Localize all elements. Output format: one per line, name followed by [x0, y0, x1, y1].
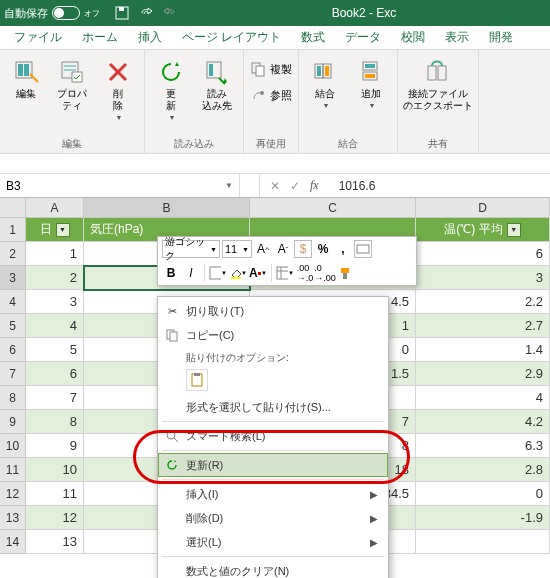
tab-file[interactable]: ファイル — [4, 25, 72, 49]
name-box[interactable]: B3▼ — [0, 174, 240, 197]
svg-rect-24 — [357, 245, 369, 253]
borders-icon[interactable]: ▼ — [209, 264, 227, 282]
accounting-format-icon[interactable]: $ — [294, 240, 312, 258]
filter-icon[interactable]: ▼ — [507, 223, 521, 237]
fill-color-icon[interactable]: ▼ — [229, 264, 247, 282]
increase-font-icon[interactable]: A^ — [254, 240, 272, 258]
svg-rect-28 — [277, 267, 288, 279]
format-painter-icon[interactable] — [336, 264, 354, 282]
group-edit-label: 編集 — [4, 135, 140, 153]
svg-rect-31 — [341, 268, 349, 273]
export-connection-button[interactable]: 接続ファイル のエクスポート — [402, 56, 474, 112]
ctx-smart-lookup[interactable]: スマート検索(L) — [158, 424, 388, 448]
svg-rect-16 — [317, 66, 321, 76]
reference-button[interactable]: 参照 — [248, 84, 294, 106]
reference-label: 参照 — [270, 88, 292, 103]
font-name-combo[interactable]: 游ゴシック▼ — [162, 240, 220, 258]
ctx-copy[interactable]: コピー(C) — [158, 323, 388, 347]
loadto-button[interactable]: 読み 込み先 — [195, 56, 239, 112]
header-cell[interactable]: 温(℃) 平均▼ — [416, 218, 550, 242]
tab-data[interactable]: データ — [335, 25, 391, 49]
refresh-button[interactable]: 更 新▼ — [149, 56, 193, 122]
svg-rect-21 — [365, 74, 375, 78]
increase-decimal-icon[interactable]: .0→.00 — [316, 264, 334, 282]
ribbon-group-reuse: 複製 参照 再使用 — [244, 50, 299, 153]
svg-rect-25 — [210, 267, 221, 279]
append-button[interactable]: 追加▼ — [349, 56, 393, 110]
merge-button[interactable]: 結合▼ — [303, 56, 347, 110]
italic-icon[interactable]: I — [182, 264, 200, 282]
ctx-select[interactable]: 選択(L)▶ — [158, 530, 388, 554]
fx-icon[interactable]: fx — [310, 178, 319, 193]
svg-rect-10 — [209, 64, 213, 76]
paste-icon[interactable] — [186, 369, 208, 391]
tab-formulas[interactable]: 数式 — [291, 25, 335, 49]
edit-button[interactable]: 編集 — [4, 56, 48, 100]
tab-view[interactable]: 表示 — [435, 25, 479, 49]
group-reload-label: 読み込み — [149, 135, 239, 153]
tab-review[interactable]: 校閲 — [391, 25, 435, 49]
svg-point-13 — [260, 91, 264, 95]
row-header[interactable]: 1 — [0, 218, 26, 242]
tab-home[interactable]: ホーム — [72, 25, 128, 49]
cancel-formula-icon[interactable]: ✕ — [270, 179, 280, 193]
properties-label: プロパ ティ — [57, 88, 87, 112]
table-format-icon[interactable]: ▼ — [276, 264, 294, 282]
ctx-paste-options-label: 貼り付けのオプション: — [158, 347, 388, 367]
svg-rect-23 — [438, 66, 446, 80]
context-menu: ✂切り取り(T) コピー(C) 貼り付けのオプション: 形式を選択して貼り付け(… — [157, 296, 389, 578]
font-color-icon[interactable]: A▼ — [249, 264, 267, 282]
ribbon-group-share: 接続ファイル のエクスポート 共有 — [398, 50, 479, 153]
header-cell[interactable]: 日▼ — [26, 218, 84, 242]
redo-icon[interactable] — [161, 4, 179, 22]
tab-pagelayout[interactable]: ページ レイアウト — [172, 25, 291, 49]
svg-rect-32 — [343, 273, 347, 279]
ctx-clear[interactable]: 数式と値のクリア(N) — [158, 559, 388, 578]
col-header-c[interactable]: C — [250, 198, 416, 218]
merge-label: 結合 — [315, 88, 335, 100]
export-label: 接続ファイル のエクスポート — [403, 88, 473, 112]
font-size-combo[interactable]: 11▼ — [222, 240, 252, 258]
title-bar: 自動保存 オフ Book2 - Exc — [0, 0, 550, 26]
svg-point-37 — [167, 431, 175, 439]
duplicate-button[interactable]: 複製 — [248, 58, 294, 80]
accept-formula-icon[interactable]: ✓ — [290, 179, 300, 193]
formula-value[interactable]: 1016.6 — [329, 174, 550, 197]
group-combine-label: 結合 — [303, 135, 393, 153]
undo-icon[interactable] — [137, 4, 155, 22]
svg-line-38 — [174, 438, 178, 442]
svg-rect-36 — [194, 373, 200, 376]
copy-icon — [158, 328, 186, 342]
refresh-label: 更 新 — [166, 88, 176, 112]
ctx-paste-special[interactable]: 形式を選択して貼り付け(S)... — [158, 395, 388, 419]
delete-label: 削 除 — [113, 88, 123, 112]
col-header-a[interactable]: A — [26, 198, 84, 218]
svg-rect-20 — [365, 64, 375, 68]
save-icon[interactable] — [113, 4, 131, 22]
comma-icon[interactable]: , — [334, 240, 352, 258]
properties-button[interactable]: プロパ ティ — [50, 56, 94, 112]
ribbon-group-reload: 更 新▼ 読み 込み先 読み込み — [145, 50, 244, 153]
decrease-font-icon[interactable]: Aˇ — [274, 240, 292, 258]
bold-icon[interactable]: B — [162, 264, 180, 282]
merge-center-icon[interactable] — [354, 240, 372, 258]
filter-icon[interactable]: ▼ — [56, 223, 70, 237]
group-share-label: 共有 — [402, 135, 474, 153]
autosave-toggle[interactable]: 自動保存 オフ — [4, 6, 100, 21]
mini-toolbar: 游ゴシック▼ 11▼ A^ Aˇ $ % , B I ▼ ▼ A▼ ▼ .00→… — [157, 236, 417, 286]
ctx-delete[interactable]: 削除(D)▶ — [158, 506, 388, 530]
svg-rect-17 — [325, 66, 329, 76]
tab-insert[interactable]: 挿入 — [128, 25, 172, 49]
ctx-insert[interactable]: 挿入(I)▶ — [158, 482, 388, 506]
select-all-corner[interactable] — [0, 198, 26, 218]
col-header-b[interactable]: B — [84, 198, 250, 218]
percent-icon[interactable]: % — [314, 240, 332, 258]
loadto-label: 読み 込み先 — [202, 88, 232, 112]
decrease-decimal-icon[interactable]: .00→.0 — [296, 264, 314, 282]
delete-button[interactable]: 削 除▼ — [96, 56, 140, 122]
svg-rect-8 — [72, 72, 82, 82]
ctx-refresh[interactable]: 更新(R) — [158, 453, 388, 477]
ctx-cut[interactable]: ✂切り取り(T) — [158, 299, 388, 323]
tab-dev[interactable]: 開発 — [479, 25, 523, 49]
col-header-d[interactable]: D — [416, 198, 550, 218]
